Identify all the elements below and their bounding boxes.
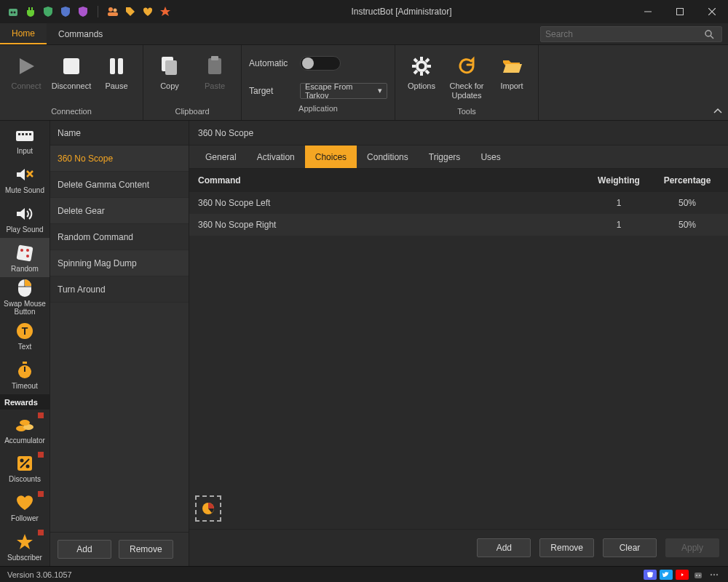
- svg-point-4: [114, 9, 117, 12]
- col-percentage: Percentage: [655, 175, 728, 186]
- app-window: InstructBot [Administrator] Home Command…: [0, 0, 728, 582]
- subtab-activation[interactable]: Activation: [247, 146, 305, 168]
- import-button[interactable]: Import: [491, 51, 532, 94]
- search-input[interactable]: [541, 29, 704, 39]
- chevron-down-icon: ▾: [378, 86, 382, 95]
- nav-follower[interactable]: Follower: [0, 488, 50, 527]
- youtube-icon[interactable]: [676, 570, 689, 580]
- nav-swap-mouse[interactable]: Swap Mouse Button: [0, 277, 50, 316]
- svg-point-33: [20, 459, 24, 463]
- options-button[interactable]: Options: [401, 51, 442, 94]
- shield-icon-3: [77, 6, 89, 17]
- detail-clear-button[interactable]: Clear: [603, 538, 657, 557]
- detail-panel: 360 No Scope General Activation Choices …: [189, 121, 728, 566]
- close-button[interactable]: [696, 0, 728, 23]
- target-select[interactable]: Escape From Tarkov ▾: [300, 83, 387, 99]
- col-command: Command: [189, 175, 582, 186]
- minimize-button[interactable]: [632, 0, 664, 23]
- search-box[interactable]: [540, 26, 722, 42]
- choice-row[interactable]: 360 No Scope Left 1 50%: [189, 192, 728, 214]
- subtab-uses[interactable]: Uses: [470, 146, 510, 168]
- detail-remove-button[interactable]: Remove: [539, 538, 594, 557]
- command-row[interactable]: Turn Around: [50, 276, 189, 303]
- gear-icon: [409, 54, 434, 79]
- ribbon-collapse-icon[interactable]: [713, 107, 722, 116]
- nav-mute-sound[interactable]: Mute Sound: [0, 160, 50, 199]
- target-label: Target: [249, 86, 293, 96]
- command-list-panel: Name 360 No Scope Delete Gamma Content D…: [50, 121, 189, 566]
- choice-row[interactable]: 360 No Scope Right 1 50%: [189, 214, 728, 236]
- choice-percentage: 50%: [655, 220, 728, 230]
- keyboard-icon: [15, 125, 35, 146]
- status-bot-icon[interactable]: [692, 570, 705, 580]
- svg-point-39: [699, 575, 700, 576]
- ribbon-group-clipboard: Copy Paste Clipboard: [143, 45, 242, 120]
- command-list-header: Name: [50, 121, 189, 146]
- command-row[interactable]: 360 No Scope: [50, 146, 189, 172]
- nav-play-sound[interactable]: Play Sound: [0, 199, 50, 238]
- statusbar: Version 3.06.1057: [0, 566, 728, 582]
- ribbon-label-application: Application: [249, 104, 387, 116]
- svg-rect-0: [9, 9, 17, 16]
- speaker-mute-icon: [15, 164, 35, 185]
- disconnect-button[interactable]: Disconnect: [51, 51, 92, 94]
- nav-subscriber[interactable]: Subscriber: [0, 527, 50, 566]
- twitter-icon[interactable]: [660, 570, 673, 580]
- window-title: InstructBot [Administrator]: [171, 7, 632, 17]
- svg-rect-13: [208, 58, 221, 74]
- command-row[interactable]: Spinning Mag Dump: [50, 250, 189, 276]
- detail-add-button[interactable]: Add: [477, 538, 531, 557]
- nav-discounts[interactable]: Discounts: [0, 449, 50, 488]
- command-row[interactable]: Delete Gamma Content: [50, 172, 189, 198]
- nav-accumulator[interactable]: Accumulator: [0, 410, 50, 449]
- svg-rect-14: [211, 56, 218, 60]
- copy-icon: [157, 54, 182, 79]
- dice-icon: [15, 243, 35, 263]
- tab-home[interactable]: Home: [0, 23, 47, 44]
- people-icon: [107, 6, 119, 17]
- coins-icon: [15, 415, 35, 435]
- svg-point-2: [14, 12, 16, 14]
- choices-table: Command Weighting Percentage 360 No Scop…: [189, 169, 728, 236]
- svg-point-40: [711, 573, 712, 575]
- maximize-button[interactable]: [664, 0, 696, 23]
- svg-rect-17: [18, 133, 20, 135]
- nav-timeout[interactable]: Timeout: [0, 355, 50, 394]
- alert-badge: [38, 491, 44, 497]
- subtab-general[interactable]: General: [195, 146, 247, 168]
- search-icon[interactable]: [704, 29, 721, 39]
- svg-point-7: [705, 31, 711, 36]
- automatic-toggle[interactable]: [300, 56, 341, 71]
- copy-button[interactable]: Copy: [149, 51, 190, 94]
- tab-commands[interactable]: Commands: [47, 23, 114, 44]
- subtab-choices[interactable]: Choices: [305, 146, 357, 168]
- alert-badge: [38, 412, 44, 418]
- nav-input[interactable]: Input: [0, 121, 50, 160]
- detail-body: [189, 236, 728, 529]
- nav-text[interactable]: T Text: [0, 316, 50, 356]
- svg-rect-5: [108, 12, 118, 16]
- subtab-triggers[interactable]: Triggers: [419, 146, 471, 168]
- detail-title: 360 No Scope: [189, 121, 728, 146]
- discord-icon[interactable]: [644, 570, 657, 580]
- subtab-conditions[interactable]: Conditions: [357, 146, 419, 168]
- nav-random[interactable]: Random: [0, 238, 50, 277]
- pause-button[interactable]: Pause: [96, 51, 137, 94]
- command-row[interactable]: Delete Gear: [50, 198, 189, 224]
- command-add-button[interactable]: Add: [58, 540, 111, 559]
- heart-icon: [15, 493, 35, 513]
- paste-button[interactable]: Paste: [194, 51, 235, 94]
- detail-apply-button[interactable]: Apply: [665, 538, 719, 557]
- command-remove-button[interactable]: Remove: [119, 540, 173, 559]
- check-updates-button[interactable]: Check for Updates: [446, 51, 487, 103]
- plug-icon: [25, 6, 36, 17]
- svg-rect-28: [23, 362, 27, 364]
- status-dots-icon[interactable]: [708, 570, 721, 580]
- connect-button[interactable]: Connect: [6, 51, 47, 94]
- command-row[interactable]: Random Command: [50, 224, 189, 250]
- command-list-rows: 360 No Scope Delete Gamma Content Delete…: [50, 146, 189, 532]
- svg-rect-8: [63, 58, 79, 74]
- drop-target[interactable]: [195, 495, 221, 522]
- ribbon-label-tools: Tools: [395, 107, 538, 119]
- star-icon: [15, 532, 35, 552]
